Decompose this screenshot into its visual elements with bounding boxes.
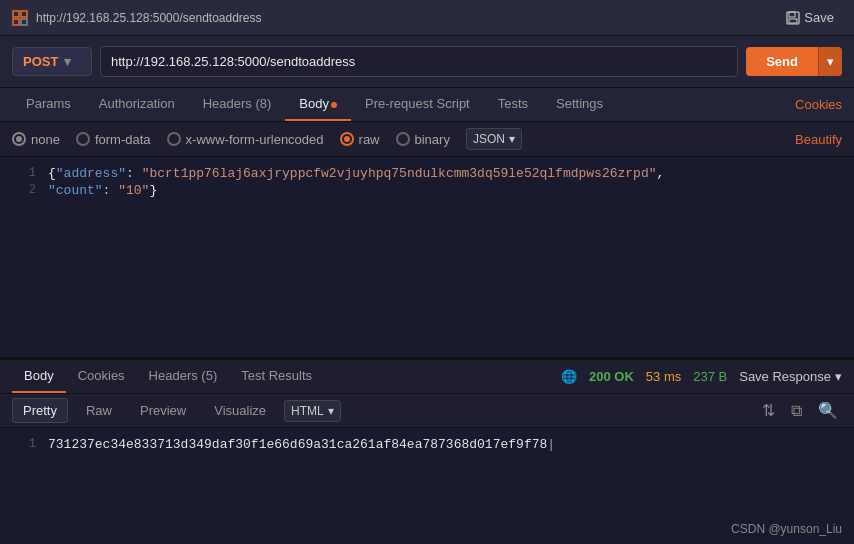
title-url: http://192.168.25.128:5000/sendtoaddress <box>36 11 778 25</box>
body-formdata-option[interactable]: form-data <box>76 132 151 147</box>
code-content-2: "count": "10"} <box>48 183 157 198</box>
chevron-down-icon: ▾ <box>64 54 71 69</box>
body-urlencoded-option[interactable]: x-www-form-urlencoded <box>167 132 324 147</box>
code-line-1: 1 {"address": "bcrt1pp76laj6axjryppcfw2v… <box>0 165 854 182</box>
beautify-button[interactable]: Beautify <box>795 132 842 147</box>
body-binary-option[interactable]: binary <box>396 132 450 147</box>
chevron-down-icon: ▾ <box>827 54 834 69</box>
code-line-2: 2 "count": "10"} <box>0 182 854 199</box>
request-bar: POST ▾ Send ▾ <box>0 36 854 88</box>
response-tab-cookies[interactable]: Cookies <box>66 360 137 393</box>
response-format-bar: Pretty Raw Preview Visualize HTML ▾ ⇅ ⧉ <box>0 394 854 428</box>
radio-urlencoded <box>167 132 181 146</box>
code-content-1: {"address": "bcrt1pp76laj6axjryppcfw2vju… <box>48 166 664 181</box>
response-line-number-1: 1 <box>8 437 36 451</box>
send-dropdown-button[interactable]: ▾ <box>818 47 842 76</box>
search-icon-button[interactable]: 🔍 <box>814 399 842 422</box>
tab-params[interactable]: Params <box>12 88 85 121</box>
filter-icon: ⇅ <box>762 402 775 419</box>
save-response-button[interactable]: Save Response ▾ <box>739 369 842 384</box>
filter-icon-button[interactable]: ⇅ <box>758 399 779 422</box>
method-select[interactable]: POST ▾ <box>12 47 92 76</box>
chevron-down-icon: ▾ <box>835 369 842 384</box>
status-size: 237 B <box>693 369 727 384</box>
radio-none <box>12 132 26 146</box>
tab-prerequest[interactable]: Pre-request Script <box>351 88 484 121</box>
radio-formdata <box>76 132 90 146</box>
status-ok: 200 OK <box>589 369 634 384</box>
response-tab-body[interactable]: Body <box>12 360 66 393</box>
body-raw-option[interactable]: raw <box>340 132 380 147</box>
svg-rect-5 <box>789 12 795 17</box>
watermark: CSDN @yunson_Liu <box>731 522 842 536</box>
url-input[interactable] <box>100 46 738 77</box>
response-tab-test-results[interactable]: Test Results <box>229 360 324 393</box>
format-tab-preview[interactable]: Preview <box>130 399 196 422</box>
code-editor[interactable]: 1 {"address": "bcrt1pp76laj6axjryppcfw2v… <box>0 157 854 358</box>
radio-raw <box>340 132 354 146</box>
response-status: 🌐 200 OK 53 ms 237 B Save Response ▾ <box>561 369 842 384</box>
cookies-link[interactable]: Cookies <box>795 97 842 112</box>
format-tab-raw[interactable]: Raw <box>76 399 122 422</box>
save-button[interactable]: Save <box>778 6 842 29</box>
send-button-wrapper: Send ▾ <box>746 47 842 76</box>
search-icon: 🔍 <box>818 402 838 419</box>
svg-rect-2 <box>13 19 19 25</box>
body-options-bar: none form-data x-www-form-urlencoded raw… <box>0 122 854 157</box>
svg-rect-1 <box>21 11 27 17</box>
send-button[interactable]: Send <box>746 47 818 76</box>
globe-icon: 🌐 <box>561 369 577 384</box>
format-select[interactable]: JSON ▾ <box>466 128 522 150</box>
status-time: 53 ms <box>646 369 681 384</box>
radio-binary <box>396 132 410 146</box>
format-tab-visualize[interactable]: Visualize <box>204 399 276 422</box>
copy-icon-button[interactable]: ⧉ <box>787 400 806 422</box>
tab-settings[interactable]: Settings <box>542 88 617 121</box>
response-format-select[interactable]: HTML ▾ <box>284 400 341 422</box>
chevron-down-icon: ▾ <box>328 404 334 418</box>
response-format-actions: ⇅ ⧉ 🔍 <box>758 399 842 422</box>
request-tabs-bar: Params Authorization Headers (8) Body Pr… <box>0 88 854 122</box>
body-none-option[interactable]: none <box>12 132 60 147</box>
line-number-1: 1 <box>8 166 36 180</box>
app-icon <box>12 10 28 26</box>
svg-rect-0 <box>13 11 19 17</box>
response-tab-headers[interactable]: Headers (5) <box>137 360 230 393</box>
chevron-down-icon: ▾ <box>509 132 515 146</box>
response-text-1: 731237ec34e833713d349daf30f1e66d69a31ca2… <box>48 437 555 452</box>
title-bar: http://192.168.25.128:5000/sendtoaddress… <box>0 0 854 36</box>
copy-icon: ⧉ <box>791 402 802 419</box>
response-output: 1 731237ec34e833713d349daf30f1e66d69a31c… <box>0 428 854 461</box>
response-tabs-bar: Body Cookies Headers (5) Test Results 🌐 … <box>0 360 854 394</box>
tab-tests[interactable]: Tests <box>484 88 542 121</box>
line-number-2: 2 <box>8 183 36 197</box>
format-tab-pretty[interactable]: Pretty <box>12 398 68 423</box>
response-line-1: 1 731237ec34e833713d349daf30f1e66d69a31c… <box>0 436 854 453</box>
tab-headers[interactable]: Headers (8) <box>189 88 286 121</box>
body-dot-indicator <box>331 102 337 108</box>
svg-rect-3 <box>21 19 27 25</box>
response-area: Body Cookies Headers (5) Test Results 🌐 … <box>0 358 854 544</box>
tab-authorization[interactable]: Authorization <box>85 88 189 121</box>
svg-rect-6 <box>789 19 797 23</box>
tab-body[interactable]: Body <box>285 88 351 121</box>
